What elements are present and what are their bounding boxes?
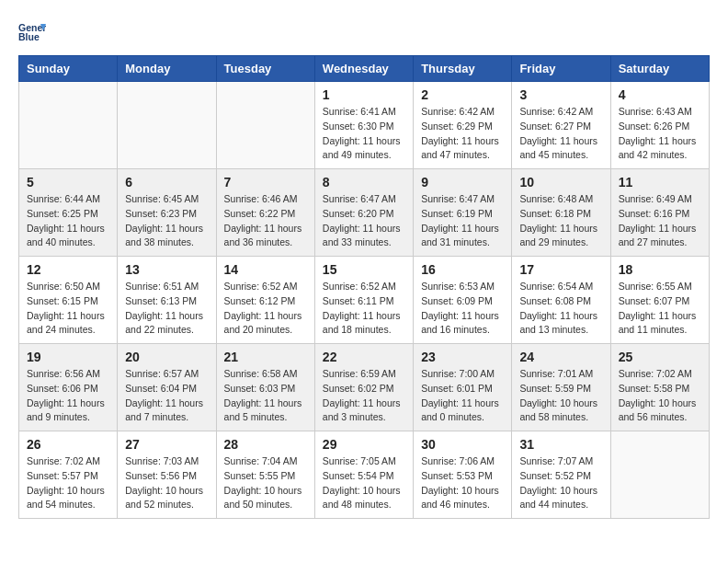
calendar-cell: 23Sunrise: 7:00 AMSunset: 6:01 PMDayligh… (414, 344, 512, 431)
day-number: 4 (619, 87, 701, 102)
calendar-cell: 14Sunrise: 6:52 AMSunset: 6:12 PMDayligh… (216, 257, 314, 344)
calendar-cell: 20Sunrise: 6:57 AMSunset: 6:04 PMDayligh… (118, 344, 216, 431)
day-info: Sunrise: 6:42 AMSunset: 6:27 PMDaylight:… (519, 105, 602, 163)
calendar-cell: 30Sunrise: 7:06 AMSunset: 5:53 PMDayligh… (414, 431, 512, 519)
weekday-header-saturday: Saturday (610, 56, 709, 82)
week-row-2: 5Sunrise: 6:44 AMSunset: 6:25 PMDaylight… (19, 169, 710, 257)
day-number: 18 (619, 262, 701, 277)
weekday-header-thursday: Thursday (414, 56, 512, 82)
day-number: 17 (519, 262, 602, 277)
calendar-cell (216, 82, 314, 169)
day-number: 31 (519, 437, 602, 452)
day-info: Sunrise: 6:46 AMSunset: 6:22 PMDaylight:… (224, 192, 307, 250)
day-number: 21 (224, 350, 307, 364)
calendar-cell: 15Sunrise: 6:52 AMSunset: 6:11 PMDayligh… (314, 257, 413, 344)
logo-icon: General Blue (18, 18, 46, 46)
day-info: Sunrise: 7:05 AMSunset: 5:54 PMDaylight:… (323, 454, 405, 512)
day-info: Sunrise: 6:52 AMSunset: 6:11 PMDaylight:… (323, 280, 405, 338)
day-number: 27 (125, 437, 208, 452)
calendar-cell: 11Sunrise: 6:49 AMSunset: 6:16 PMDayligh… (610, 169, 709, 257)
weekday-header-friday: Friday (512, 56, 610, 82)
day-info: Sunrise: 6:44 AMSunset: 6:25 PMDaylight:… (27, 192, 109, 250)
day-number: 6 (125, 175, 208, 190)
day-info: Sunrise: 6:58 AMSunset: 6:03 PMDaylight:… (224, 367, 307, 425)
day-number: 5 (27, 175, 109, 190)
calendar-cell: 1Sunrise: 6:41 AMSunset: 6:30 PMDaylight… (314, 82, 413, 169)
day-info: Sunrise: 6:41 AMSunset: 6:30 PMDaylight:… (323, 105, 405, 163)
day-number: 10 (519, 175, 602, 190)
calendar-cell: 27Sunrise: 7:03 AMSunset: 5:56 PMDayligh… (118, 431, 216, 519)
day-number: 14 (224, 262, 307, 277)
calendar-cell: 18Sunrise: 6:55 AMSunset: 6:07 PMDayligh… (610, 257, 709, 344)
weekday-header-row: SundayMondayTuesdayWednesdayThursdayFrid… (19, 56, 710, 82)
day-info: Sunrise: 7:04 AMSunset: 5:55 PMDaylight:… (224, 454, 307, 512)
calendar-cell: 3Sunrise: 6:42 AMSunset: 6:27 PMDaylight… (512, 82, 610, 169)
day-info: Sunrise: 7:02 AMSunset: 5:58 PMDaylight:… (619, 367, 701, 425)
calendar-cell: 19Sunrise: 6:56 AMSunset: 6:06 PMDayligh… (19, 344, 118, 431)
calendar-cell: 22Sunrise: 6:59 AMSunset: 6:02 PMDayligh… (314, 344, 413, 431)
calendar-cell: 2Sunrise: 6:42 AMSunset: 6:29 PMDaylight… (414, 82, 512, 169)
day-info: Sunrise: 7:00 AMSunset: 6:01 PMDaylight:… (421, 367, 504, 425)
day-number: 25 (619, 350, 701, 364)
week-row-1: 1Sunrise: 6:41 AMSunset: 6:30 PMDaylight… (19, 82, 710, 169)
day-info: Sunrise: 7:03 AMSunset: 5:56 PMDaylight:… (125, 454, 208, 512)
calendar-cell: 12Sunrise: 6:50 AMSunset: 6:15 PMDayligh… (19, 257, 118, 344)
day-info: Sunrise: 6:56 AMSunset: 6:06 PMDaylight:… (27, 367, 109, 425)
weekday-header-sunday: Sunday (19, 56, 118, 82)
calendar-cell: 10Sunrise: 6:48 AMSunset: 6:18 PMDayligh… (512, 169, 610, 257)
day-info: Sunrise: 7:07 AMSunset: 5:52 PMDaylight:… (519, 454, 602, 512)
week-row-4: 19Sunrise: 6:56 AMSunset: 6:06 PMDayligh… (19, 344, 710, 431)
calendar-cell (19, 82, 118, 169)
calendar-cell: 7Sunrise: 6:46 AMSunset: 6:22 PMDaylight… (216, 169, 314, 257)
day-info: Sunrise: 7:02 AMSunset: 5:57 PMDaylight:… (27, 454, 109, 512)
day-info: Sunrise: 7:06 AMSunset: 5:53 PMDaylight:… (421, 454, 504, 512)
calendar-cell: 21Sunrise: 6:58 AMSunset: 6:03 PMDayligh… (216, 344, 314, 431)
calendar-cell: 5Sunrise: 6:44 AMSunset: 6:25 PMDaylight… (19, 169, 118, 257)
calendar-cell: 29Sunrise: 7:05 AMSunset: 5:54 PMDayligh… (314, 431, 413, 519)
day-number: 15 (323, 262, 405, 277)
day-number: 23 (421, 350, 504, 364)
day-number: 28 (224, 437, 307, 452)
day-number: 22 (323, 350, 405, 364)
header: General Blue (18, 18, 710, 46)
day-number: 24 (519, 350, 602, 364)
logo: General Blue (18, 18, 50, 46)
calendar-cell: 24Sunrise: 7:01 AMSunset: 5:59 PMDayligh… (512, 344, 610, 431)
weekday-header-monday: Monday (118, 56, 216, 82)
day-info: Sunrise: 6:43 AMSunset: 6:26 PMDaylight:… (619, 105, 701, 163)
day-number: 13 (125, 262, 208, 277)
day-number: 29 (323, 437, 405, 452)
calendar-cell: 13Sunrise: 6:51 AMSunset: 6:13 PMDayligh… (118, 257, 216, 344)
day-info: Sunrise: 6:53 AMSunset: 6:09 PMDaylight:… (421, 280, 504, 338)
weekday-header-tuesday: Tuesday (216, 56, 314, 82)
day-info: Sunrise: 6:49 AMSunset: 6:16 PMDaylight:… (619, 192, 701, 250)
day-info: Sunrise: 6:47 AMSunset: 6:20 PMDaylight:… (323, 192, 405, 250)
calendar-cell: 4Sunrise: 6:43 AMSunset: 6:26 PMDaylight… (610, 82, 709, 169)
calendar-cell: 26Sunrise: 7:02 AMSunset: 5:57 PMDayligh… (19, 431, 118, 519)
day-number: 2 (421, 87, 504, 102)
day-number: 1 (323, 87, 405, 102)
day-number: 20 (125, 350, 208, 364)
calendar-cell (610, 431, 709, 519)
day-info: Sunrise: 6:50 AMSunset: 6:15 PMDaylight:… (27, 280, 109, 338)
day-number: 30 (421, 437, 504, 452)
calendar-cell: 9Sunrise: 6:47 AMSunset: 6:19 PMDaylight… (414, 169, 512, 257)
day-info: Sunrise: 6:55 AMSunset: 6:07 PMDaylight:… (619, 280, 701, 338)
calendar-cell: 31Sunrise: 7:07 AMSunset: 5:52 PMDayligh… (512, 431, 610, 519)
week-row-5: 26Sunrise: 7:02 AMSunset: 5:57 PMDayligh… (19, 431, 710, 519)
day-info: Sunrise: 6:59 AMSunset: 6:02 PMDaylight:… (323, 367, 405, 425)
day-info: Sunrise: 6:45 AMSunset: 6:23 PMDaylight:… (125, 192, 208, 250)
calendar-cell: 17Sunrise: 6:54 AMSunset: 6:08 PMDayligh… (512, 257, 610, 344)
day-info: Sunrise: 6:42 AMSunset: 6:29 PMDaylight:… (421, 105, 504, 163)
day-number: 11 (619, 175, 701, 190)
day-number: 9 (421, 175, 504, 190)
calendar-cell: 8Sunrise: 6:47 AMSunset: 6:20 PMDaylight… (314, 169, 413, 257)
week-row-3: 12Sunrise: 6:50 AMSunset: 6:15 PMDayligh… (19, 257, 710, 344)
calendar-cell: 25Sunrise: 7:02 AMSunset: 5:58 PMDayligh… (610, 344, 709, 431)
day-info: Sunrise: 6:48 AMSunset: 6:18 PMDaylight:… (519, 192, 602, 250)
calendar-table: SundayMondayTuesdayWednesdayThursdayFrid… (18, 55, 710, 519)
weekday-header-wednesday: Wednesday (314, 56, 413, 82)
day-number: 3 (519, 87, 602, 102)
calendar-cell (118, 82, 216, 169)
day-info: Sunrise: 6:54 AMSunset: 6:08 PMDaylight:… (519, 280, 602, 338)
